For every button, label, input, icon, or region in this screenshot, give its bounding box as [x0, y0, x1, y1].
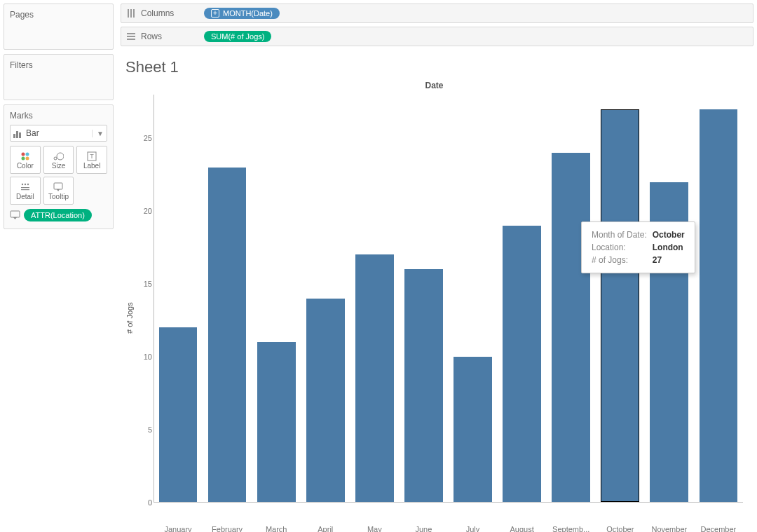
svg-rect-11: [21, 187, 29, 188]
y-tick: 25: [144, 134, 152, 142]
chevron-down-icon: ▼: [92, 130, 104, 137]
tooltip-icon: [53, 182, 63, 193]
marks-detail-button[interactable]: Detail: [10, 177, 41, 205]
svg-rect-20: [127, 39, 135, 40]
chart-bar[interactable]: [208, 168, 247, 502]
chart-bar[interactable]: [257, 342, 296, 502]
x-tick-label: May: [350, 522, 399, 532]
size-icon: [53, 151, 64, 162]
x-tick-label: June: [399, 522, 448, 532]
svg-point-0: [21, 152, 25, 156]
svg-rect-17: [133, 9, 135, 18]
chart-y-axis-title: # of Jogs: [125, 95, 137, 522]
chart-x-axis: JanuaryFebruaryMarchAprilMayJuneJulyAugu…: [154, 522, 743, 532]
y-tick: 15: [144, 280, 152, 288]
chart-x-axis-title: Date: [125, 81, 743, 90]
chart-bar[interactable]: [552, 153, 590, 502]
attr-location-pill[interactable]: ATTR(Location): [24, 209, 92, 221]
columns-icon: [125, 8, 137, 19]
x-tick-label: March: [252, 522, 301, 532]
expand-icon: +: [211, 9, 219, 18]
marks-color-button[interactable]: Color: [10, 146, 41, 174]
marks-title: Marks: [10, 111, 107, 121]
x-tick-label: December: [694, 522, 743, 532]
x-tick-label: August: [498, 522, 547, 532]
marks-tooltip-button[interactable]: Tooltip: [43, 177, 74, 205]
chart-bar[interactable]: [700, 109, 738, 502]
svg-rect-19: [127, 36, 135, 37]
x-tick-label: January: [154, 522, 203, 532]
pages-title: Pages: [10, 10, 107, 20]
filters-panel[interactable]: Filters: [4, 54, 114, 100]
svg-rect-12: [21, 189, 29, 190]
svg-point-8: [22, 183, 23, 184]
svg-rect-15: [128, 9, 129, 18]
svg-point-4: [54, 157, 57, 160]
y-tick: 20: [144, 207, 152, 215]
columns-shelf[interactable]: Columns + MONTH(Date): [121, 4, 753, 23]
svg-point-1: [25, 152, 29, 156]
svg-rect-18: [127, 33, 135, 34]
x-tick-label: July: [448, 522, 497, 532]
chart-plot-area[interactable]: [154, 95, 743, 503]
svg-point-9: [25, 183, 26, 184]
x-tick-label: April: [301, 522, 350, 532]
color-icon: [20, 151, 30, 162]
sheet-title[interactable]: Sheet 1: [125, 58, 743, 76]
svg-point-5: [57, 153, 64, 160]
label-icon: T: [87, 151, 97, 162]
mark-type-dropdown[interactable]: Bar ▼: [10, 125, 107, 142]
svg-point-10: [27, 183, 29, 184]
detail-icon: [20, 182, 30, 193]
pages-panel[interactable]: Pages: [4, 4, 114, 50]
marks-size-button[interactable]: Size: [43, 146, 74, 174]
chart-bar[interactable]: [159, 327, 198, 502]
marks-panel: Marks Bar ▼ Color: [4, 104, 114, 229]
chart-bar[interactable]: [503, 226, 541, 502]
x-tick-label: October: [596, 522, 645, 532]
y-tick: 0: [148, 498, 152, 507]
svg-rect-13: [54, 183, 62, 189]
rows-icon: [125, 31, 137, 42]
svg-rect-16: [130, 9, 132, 18]
chart-bar[interactable]: [306, 299, 345, 503]
svg-point-2: [21, 156, 25, 160]
chart-bar[interactable]: [404, 269, 443, 502]
svg-rect-14: [11, 211, 20, 217]
chart-tooltip: Month of Date:October Location:London # …: [581, 221, 695, 273]
filters-title: Filters: [10, 60, 107, 70]
rows-pill[interactable]: SUM(# of Jogs): [204, 31, 271, 42]
columns-pill[interactable]: + MONTH(Date): [204, 8, 280, 19]
rows-label: Rows: [141, 32, 204, 41]
rows-shelf[interactable]: Rows SUM(# of Jogs): [121, 27, 753, 46]
mark-type-label: Bar: [26, 128, 92, 138]
y-tick: 5: [148, 425, 152, 434]
bar-chart-icon: [13, 128, 23, 138]
svg-point-3: [25, 156, 29, 160]
x-tick-label: February: [203, 522, 252, 532]
marks-label-button[interactable]: T Label: [76, 146, 107, 174]
columns-label: Columns: [141, 8, 204, 18]
y-tick: 10: [144, 353, 152, 361]
tooltip-icon: [10, 210, 21, 221]
chart-bar[interactable]: [355, 254, 394, 502]
chart-bar[interactable]: [601, 109, 639, 502]
chart-y-axis: 0510152025: [137, 95, 154, 503]
svg-text:T: T: [90, 153, 94, 160]
x-tick-label: November: [645, 522, 694, 532]
x-tick-label: Septemb...: [547, 522, 596, 532]
chart-bar[interactable]: [453, 357, 492, 503]
